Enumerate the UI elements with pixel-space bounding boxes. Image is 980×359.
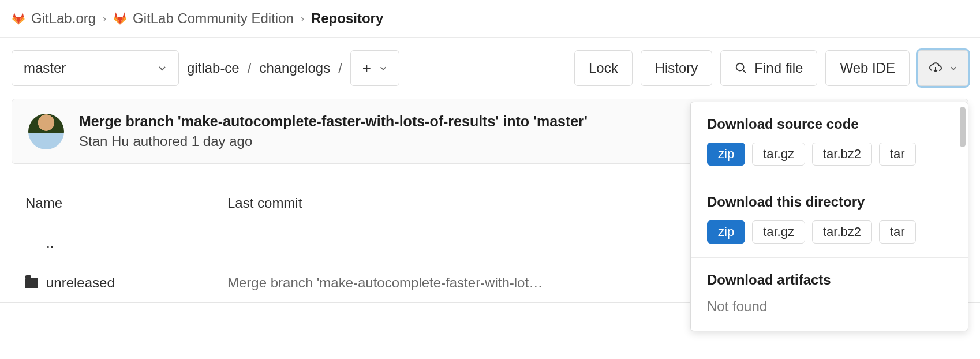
chevron-down-icon: [379, 64, 387, 72]
avatar[interactable]: [28, 114, 64, 149]
plus-icon: +: [362, 59, 371, 77]
cloud-download-icon: [929, 61, 942, 75]
download-artifacts-section: Download artifacts Not found: [691, 258, 968, 331]
breadcrumbs: GitLab.org › GitLab Community Edition › …: [0, 0, 980, 38]
download-button[interactable]: [918, 50, 968, 86]
scrollbar-thumb[interactable]: [960, 107, 966, 147]
history-label: History: [655, 60, 698, 76]
tanuki-icon: [113, 12, 127, 25]
chevron-down-icon: [949, 64, 957, 72]
artifacts-notfound: Not found: [707, 298, 952, 315]
breadcrumb-label: Repository: [311, 10, 383, 27]
download-format-zip[interactable]: zip: [707, 220, 745, 244]
commit-verb: authored: [133, 133, 188, 149]
breadcrumb-label: GitLab.org: [31, 10, 96, 27]
commit-meta: Stan Hu authored 1 day ago: [79, 133, 588, 149]
download-format-tarbz2[interactable]: tar.bz2: [812, 220, 872, 244]
commit-time: 1 day ago: [192, 133, 252, 149]
breadcrumb-item-group[interactable]: GitLab.org: [12, 10, 96, 27]
lock-label: Lock: [589, 60, 618, 76]
path-segment[interactable]: gitlab-ce: [187, 60, 240, 76]
search-icon: [735, 62, 747, 74]
chevron-down-icon: [158, 63, 167, 73]
download-format-tar[interactable]: tar: [879, 220, 916, 244]
download-format-targz[interactable]: tar.gz: [752, 220, 805, 244]
download-format-zip[interactable]: zip: [707, 143, 745, 166]
download-directory-section: Download this directory zip tar.gz tar.b…: [691, 180, 968, 258]
download-format-tar[interactable]: tar: [879, 143, 916, 166]
file-name: unreleased: [46, 275, 115, 291]
repo-toolbar: master gitlab-ce / changelogs / + Lock H…: [0, 38, 980, 99]
path-segment[interactable]: changelogs: [259, 60, 330, 76]
branch-name: master: [24, 60, 66, 76]
web-ide-label: Web IDE: [840, 60, 895, 76]
find-file-button[interactable]: Find file: [720, 50, 817, 86]
add-file-button[interactable]: +: [350, 50, 399, 86]
file-name: ..: [46, 235, 54, 251]
svg-point-0: [736, 63, 744, 71]
breadcrumb-item-current: Repository: [311, 10, 383, 27]
folder-icon: [25, 278, 38, 288]
chevron-right-icon: ›: [103, 13, 106, 25]
breadcrumb-label: GitLab Community Edition: [133, 10, 294, 27]
download-source-section: Download source code zip tar.gz tar.bz2 …: [691, 102, 968, 180]
commit-author[interactable]: Stan Hu: [79, 133, 129, 149]
slash-separator: /: [248, 60, 252, 76]
commit-title[interactable]: Merge branch 'make-autocomplete-faster-w…: [79, 113, 588, 130]
slash-separator: /: [338, 60, 342, 76]
find-file-label: Find file: [754, 60, 803, 76]
branch-selector[interactable]: master: [12, 50, 179, 86]
tanuki-icon: [12, 12, 25, 25]
history-button[interactable]: History: [641, 50, 713, 86]
chevron-right-icon: ›: [301, 13, 304, 25]
svg-line-1: [743, 70, 746, 73]
section-title: Download this directory: [707, 194, 952, 210]
breadcrumb-item-project[interactable]: GitLab Community Edition: [113, 10, 294, 27]
web-ide-button[interactable]: Web IDE: [825, 50, 910, 86]
col-header-name: Name: [25, 195, 227, 211]
lock-button[interactable]: Lock: [574, 50, 633, 86]
path-breadcrumb: gitlab-ce / changelogs /: [187, 60, 342, 76]
section-title: Download artifacts: [707, 272, 952, 288]
section-title: Download source code: [707, 116, 952, 132]
download-dropdown: Download source code zip tar.gz tar.bz2 …: [690, 102, 968, 331]
download-format-tarbz2[interactable]: tar.bz2: [812, 143, 872, 166]
download-format-targz[interactable]: tar.gz: [752, 143, 805, 166]
